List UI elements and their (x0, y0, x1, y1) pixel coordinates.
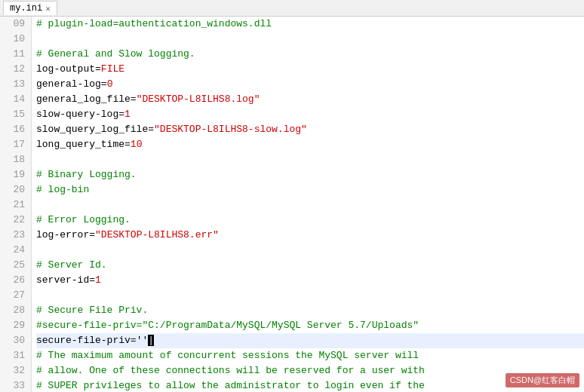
line-number: 15 (3, 107, 25, 122)
editor-window: my.ini ✕ 0910111213141516171819202122232… (0, 0, 584, 392)
code-line (36, 243, 584, 258)
file-tab[interactable]: my.ini ✕ (3, 1, 57, 15)
line-number: 21 (3, 198, 25, 213)
code-area: 0910111213141516171819202122232425262728… (0, 17, 584, 392)
code-line (36, 198, 584, 213)
code-line: # Error Logging. (36, 213, 584, 228)
title-bar: my.ini ✕ (0, 0, 584, 17)
line-number: 09 (3, 17, 25, 32)
code-line: # log-bin (36, 182, 584, 198)
code-line: general-log=0 (36, 77, 584, 92)
code-line: log-error="DESKTOP-L8ILHS8.err" (36, 228, 584, 243)
line-number: 23 (3, 228, 25, 243)
line-number: 17 (3, 137, 25, 152)
code-line: long_query_time=10 (36, 137, 584, 152)
line-number: 28 (3, 303, 25, 318)
line-number: 24 (3, 243, 25, 258)
line-number: 22 (3, 213, 25, 228)
line-number: 14 (3, 92, 25, 107)
line-number: 26 (3, 273, 25, 288)
line-number: 10 (3, 32, 25, 47)
code-line: slow-query-log=1 (36, 107, 584, 122)
line-number: 30 (3, 333, 25, 348)
code-line: # Server Id. (36, 258, 584, 273)
line-number: 18 (3, 152, 25, 167)
line-number: 25 (3, 258, 25, 273)
code-line: # Secure File Priv. (36, 303, 584, 318)
file-tab-label: my.ini (10, 3, 42, 14)
code-lines[interactable]: # plugin-load=authentication_windows.dll… (32, 17, 584, 392)
code-line (36, 288, 584, 303)
line-number: 20 (3, 182, 25, 198)
line-number: 12 (3, 62, 25, 77)
code-line: server-id=1 (36, 273, 584, 288)
line-number: 16 (3, 122, 25, 137)
code-line: # SUPER privileges to allow the administ… (36, 378, 584, 392)
code-line: #secure-file-priv="C:/ProgramData/MySQL/… (36, 318, 584, 333)
line-number: 32 (3, 363, 25, 378)
close-tab-button[interactable]: ✕ (45, 4, 51, 14)
line-number: 27 (3, 288, 25, 303)
code-line: log-output=FILE (36, 62, 584, 77)
code-line (36, 32, 584, 47)
code-line (36, 152, 584, 167)
code-line: general_log_file="DESKTOP-L8ILHS8.log" (36, 92, 584, 107)
code-line: # Binary Logging. (36, 167, 584, 182)
code-line: # plugin-load=authentication_windows.dll (36, 17, 584, 32)
line-number: 13 (3, 77, 25, 92)
line-numbers: 0910111213141516171819202122232425262728… (0, 17, 32, 392)
line-number: 33 (3, 378, 25, 392)
code-line: # allow. One of these connections will b… (36, 363, 584, 378)
watermark: CSDN@红客白帽 (506, 373, 579, 387)
code-line: slow_query_log_file="DESKTOP-L8ILHS8-slo… (36, 122, 584, 137)
line-number: 29 (3, 318, 25, 333)
code-line: # General and Slow logging. (36, 47, 584, 62)
line-number: 19 (3, 167, 25, 182)
code-line: # The maximum amount of concurrent sessi… (36, 348, 584, 363)
line-number: 31 (3, 348, 25, 363)
line-number: 11 (3, 47, 25, 62)
code-line: secure-file-priv=''| (36, 333, 584, 348)
